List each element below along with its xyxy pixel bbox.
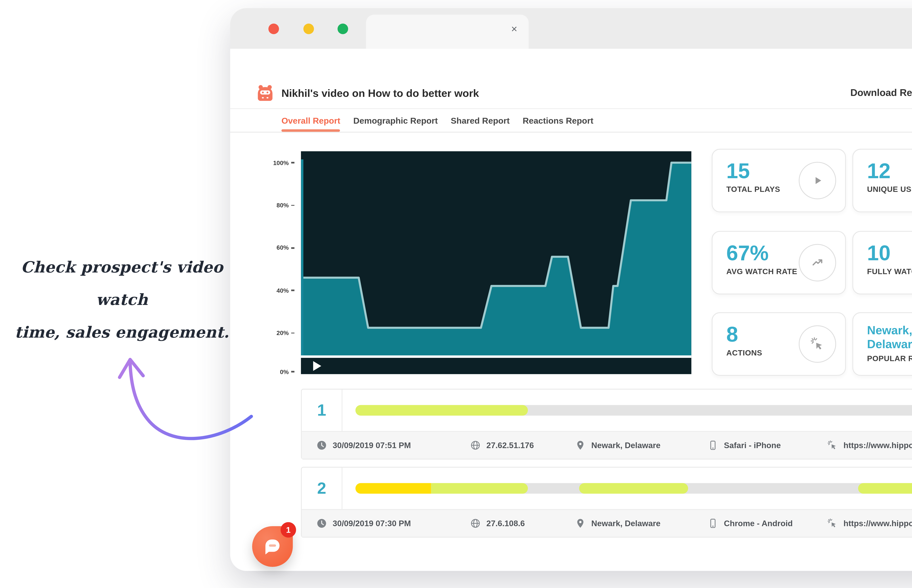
pin-icon bbox=[575, 440, 586, 451]
click-icon bbox=[827, 440, 838, 451]
hippo-video-logo-icon bbox=[255, 83, 275, 102]
viewer-index: 2 bbox=[302, 468, 342, 509]
browser-tab[interactable]: × bbox=[366, 15, 529, 49]
browser-chrome-bar: × bbox=[230, 8, 912, 49]
globe-icon bbox=[470, 518, 481, 529]
stat-card-total-plays: 15TOTAL PLAYS bbox=[712, 149, 846, 212]
detail-pin: Newark, Delaware bbox=[575, 440, 708, 451]
detail-phone: Chrome - Android bbox=[708, 518, 827, 529]
watched-segment bbox=[355, 483, 431, 494]
phone-icon bbox=[708, 440, 718, 451]
y-axis-tick-label: 40% bbox=[260, 286, 294, 296]
detail-text: Chrome - Android bbox=[724, 519, 793, 528]
detail-text: 30/09/2019 07:51 PM bbox=[333, 441, 411, 450]
watch-progress-bar bbox=[355, 483, 912, 494]
chat-unread-badge: 1 bbox=[281, 522, 296, 538]
viewer-row-1[interactable]: 117%30/09/2019 07:51 PM27.62.51.176Newar… bbox=[301, 389, 912, 459]
detail-text: https://www.hippovideo.io/... bbox=[843, 441, 912, 450]
stat-label: FULLY WATCHED bbox=[867, 266, 912, 276]
browser-window: × Nikhil's video on How to do better wor… bbox=[230, 8, 912, 571]
stat-label: TOTAL PLAYS bbox=[726, 184, 806, 194]
stat-card-unique-users: 12UNIQUE USERS bbox=[852, 149, 912, 212]
download-report-button[interactable]: Download Report ▾ bbox=[851, 87, 912, 98]
click-icon bbox=[827, 518, 838, 529]
tab-reactions-report[interactable]: Reactions Report bbox=[523, 109, 593, 132]
play-circle-icon bbox=[799, 162, 836, 199]
detail-text: Safari - iPhone bbox=[724, 441, 781, 450]
watched-segment bbox=[579, 483, 688, 494]
stat-card-fully-watched: 10FULLY WATCHED bbox=[852, 231, 912, 294]
play-button[interactable] bbox=[313, 361, 321, 371]
click-icon bbox=[799, 325, 836, 363]
stats-grid: 15TOTAL PLAYS12UNIQUE USERS67%AVG WATCH … bbox=[712, 149, 912, 376]
video-control-bar bbox=[301, 358, 691, 374]
page: × Nikhil's video on How to do better wor… bbox=[0, 0, 912, 588]
y-axis-tick-label: 60% bbox=[260, 243, 294, 253]
chart-area-fill bbox=[301, 163, 691, 374]
detail-globe: 27.6.108.6 bbox=[470, 518, 575, 529]
chat-bubble-icon bbox=[262, 536, 283, 557]
detail-text: 30/09/2019 07:30 PM bbox=[333, 519, 411, 528]
clock-icon bbox=[316, 440, 327, 451]
trend-icon bbox=[799, 244, 836, 281]
maximize-window-button[interactable] bbox=[337, 24, 348, 34]
report-tabs: Overall ReportDemographic ReportShared R… bbox=[230, 109, 912, 132]
download-report-label: Download Report bbox=[851, 87, 912, 98]
video-player[interactable] bbox=[301, 151, 691, 374]
stat-value: Newark, Delaware bbox=[867, 324, 912, 351]
viewer-detail-strip: 30/09/2019 07:51 PM27.62.51.176Newark, D… bbox=[302, 431, 912, 459]
watched-segment bbox=[858, 483, 912, 494]
stat-value: 10 bbox=[867, 242, 912, 263]
detail-text: 27.62.51.176 bbox=[486, 441, 534, 450]
video-report-title: Nikhil's video on How to do better work bbox=[281, 87, 479, 99]
detail-text: 27.6.108.6 bbox=[486, 519, 525, 528]
arrow-to-left-annotation-head bbox=[119, 359, 143, 377]
detail-phone: Safari - iPhone bbox=[708, 440, 827, 451]
stat-label: UNIQUE USERS bbox=[867, 184, 912, 194]
detail-clock: 30/09/2019 07:51 PM bbox=[316, 440, 470, 451]
stat-card-avg-watch-rate: 67%AVG WATCH RATE bbox=[712, 231, 846, 294]
report-header: Nikhil's video on How to do better work … bbox=[230, 49, 912, 109]
watch-rate-area-chart bbox=[301, 151, 691, 374]
tab-shared-report[interactable]: Shared Report bbox=[451, 109, 510, 132]
detail-text: https://www.hippovideo.io/... bbox=[843, 519, 912, 528]
globe-icon bbox=[470, 440, 481, 451]
y-axis-tick-label: 100% bbox=[260, 158, 294, 168]
annotation-line: time, sales engagement. bbox=[0, 315, 244, 348]
y-axis-tick-label: 20% bbox=[260, 328, 294, 338]
tab-overall-report[interactable]: Overall Report bbox=[281, 109, 341, 132]
detail-globe: 27.62.51.176 bbox=[470, 440, 575, 451]
viewer-index: 1 bbox=[302, 389, 342, 431]
phone-icon bbox=[708, 518, 718, 529]
detail-text: Newark, Delaware bbox=[591, 441, 660, 450]
video-progress-line[interactable] bbox=[301, 355, 691, 358]
chart-y-axis-line bbox=[301, 159, 303, 374]
stat-value: 12 bbox=[867, 160, 912, 181]
stat-card-actions: 8ACTIONS bbox=[712, 312, 846, 376]
y-axis-tick-label: 0% bbox=[260, 367, 294, 376]
viewer-row-2[interactable]: 251%30/09/2019 07:30 PM27.6.108.6Newark,… bbox=[301, 467, 912, 538]
stat-label: ACTIONS bbox=[726, 348, 806, 357]
clock-icon bbox=[316, 518, 327, 529]
watch-progress-bar bbox=[355, 405, 912, 416]
watched-segment bbox=[355, 405, 528, 416]
stat-card-popular-region: Newark, DelawarePOPULAR REGION bbox=[852, 312, 912, 376]
watched-segment bbox=[431, 483, 528, 494]
annotation-watch-time: Check prospect's video watch time, sales… bbox=[0, 250, 244, 348]
viewer-detail-strip: 30/09/2019 07:30 PM27.6.108.6Newark, Del… bbox=[302, 509, 912, 537]
detail-click[interactable]: https://www.hippovideo.io/... bbox=[827, 440, 912, 451]
close-window-button[interactable] bbox=[268, 24, 279, 34]
y-axis-tick-label: 80% bbox=[260, 200, 294, 210]
stat-label: AVG WATCH RATE bbox=[726, 266, 806, 276]
annotation-line: Check prospect's video watch bbox=[0, 250, 244, 315]
stat-label: POPULAR REGION bbox=[867, 354, 912, 363]
detail-click[interactable]: https://www.hippovideo.io/... bbox=[827, 518, 912, 529]
chat-widget-button[interactable]: 1 bbox=[252, 526, 293, 567]
pin-icon bbox=[575, 518, 586, 529]
tab-demographic-report[interactable]: Demographic Report bbox=[353, 109, 438, 132]
minimize-window-button[interactable] bbox=[303, 24, 314, 34]
detail-pin: Newark, Delaware bbox=[575, 518, 708, 529]
close-icon[interactable]: × bbox=[511, 23, 517, 35]
detail-clock: 30/09/2019 07:30 PM bbox=[316, 518, 470, 529]
detail-text: Newark, Delaware bbox=[591, 519, 660, 528]
